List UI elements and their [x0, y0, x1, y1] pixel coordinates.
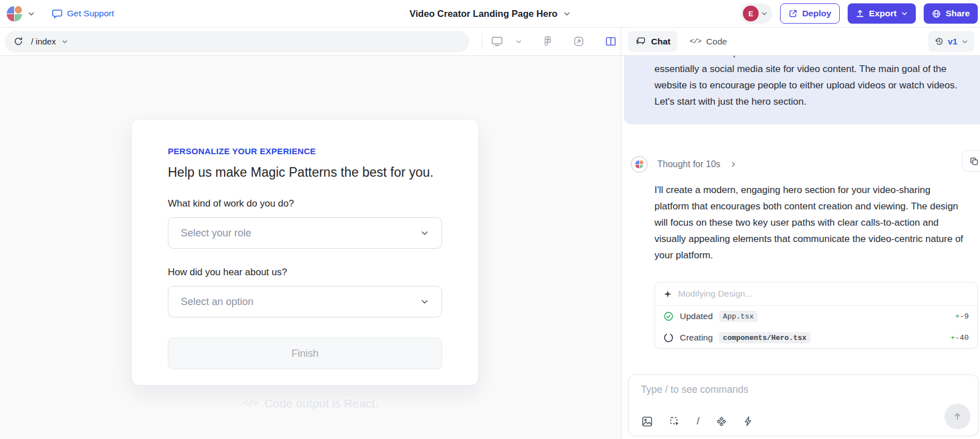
image-attach-icon[interactable] [642, 416, 653, 427]
open-in-new-icon[interactable] [573, 36, 584, 47]
chat-panel: that lets creators upload and share thei… [621, 56, 980, 439]
avatar: E [743, 6, 759, 21]
role-question-label: What kind of work do you do? [168, 198, 442, 209]
diff-plus: + [951, 334, 955, 342]
header-left: Get Support [7, 6, 114, 21]
get-support-button[interactable]: Get Support [52, 8, 114, 19]
copy-message-button[interactable] [962, 150, 980, 172]
route-path[interactable]: / index [31, 37, 68, 46]
top-header: Get Support Video Creator Landing Page H… [0, 0, 980, 27]
components-icon[interactable] [716, 416, 727, 427]
diff-count: 40 [960, 334, 969, 342]
export-chevron-icon [901, 10, 908, 17]
arrow-up-icon [952, 411, 963, 422]
toolbar: / index [0, 27, 980, 56]
quick-actions-icon[interactable] [743, 416, 753, 427]
chat-bubble-icon [52, 9, 63, 19]
history-icon [934, 37, 944, 46]
framework-watermark: </> Code output is React. [0, 397, 621, 410]
diff-counts: +-9 [955, 312, 969, 321]
preview-toolbar: / index [0, 28, 621, 55]
role-select-placeholder: Select your role [181, 227, 251, 239]
activity-row[interactable]: Updated App.tsx +-9 [655, 306, 977, 327]
address-bar[interactable]: / index [5, 31, 469, 52]
header-actions: E Deploy Export [741, 3, 973, 24]
main-content: PERSONALIZE YOUR EXPERIENCE Help us make… [0, 56, 980, 439]
copy-icon [969, 156, 979, 166]
select-chevron-icon [420, 297, 429, 306]
user-message-clipped-line: that lets creators upload and share thei… [654, 56, 964, 61]
account-chevron-icon [761, 10, 768, 17]
chat-tab-icon [635, 37, 646, 46]
chat-toolbar: Chat </> Code v1 [621, 28, 980, 55]
toolbar-divider [482, 34, 482, 50]
version-chevron-icon [961, 38, 968, 45]
diff-counts: +-40 [951, 334, 969, 342]
user-message: that lets creators upload and share thei… [624, 56, 980, 124]
activity-header: Modifying Design... [655, 283, 977, 306]
tab-chat[interactable]: Chat [628, 31, 678, 52]
assistant-message: I'll create a modern, engaging hero sect… [654, 182, 968, 263]
assistant-avatar [631, 156, 648, 173]
code-icon: </> [689, 37, 701, 46]
preview-canvas: PERSONALIZE YOUR EXPERIENCE Help us make… [0, 56, 621, 439]
send-button[interactable] [945, 404, 970, 429]
finish-button[interactable]: Finish [168, 338, 442, 369]
watermark-label: Code output is React. [264, 397, 378, 410]
chat-input[interactable] [641, 384, 934, 396]
modal-eyebrow: PERSONALIZE YOUR EXPERIENCE [168, 146, 442, 156]
refresh-icon[interactable] [14, 37, 23, 46]
referral-question-label: How did you hear about us? [168, 267, 442, 278]
select-element-icon[interactable] [669, 416, 680, 427]
referral-select[interactable]: Select an option [168, 286, 442, 317]
chat-tab-label: Chat [651, 37, 670, 47]
activity-row[interactable]: Creating components/Hero.tsx +-40 [655, 327, 977, 348]
version-menu[interactable]: v1 [928, 31, 974, 52]
logo-shape [7, 6, 14, 14]
logo-shape [15, 14, 22, 21]
workspace-chevron-icon[interactable] [28, 10, 35, 17]
file-chip: components/Hero.tsx [719, 332, 810, 343]
logo-shape [7, 14, 14, 21]
thought-toggle[interactable]: Thought for 10s [631, 156, 737, 173]
tab-code[interactable]: </> Code [682, 31, 734, 52]
check-circle-icon [663, 311, 674, 321]
external-link-icon [789, 9, 798, 18]
split-view-icon[interactable] [605, 37, 616, 46]
share-label: Share [946, 8, 970, 19]
deploy-button[interactable]: Deploy [780, 3, 840, 24]
user-message-last-line: Let's start with just the hero section. [654, 93, 964, 110]
activity-action: Creating [680, 333, 713, 343]
route-path-label: / index [31, 37, 56, 46]
referral-select-placeholder: Select an option [181, 296, 253, 308]
export-button[interactable]: Export [848, 3, 916, 24]
share-button[interactable]: Share [924, 3, 978, 24]
version-label: v1 [948, 37, 957, 47]
magic-patterns-logo[interactable] [7, 6, 22, 21]
get-support-label: Get Support [67, 8, 114, 19]
device-chevron-icon[interactable] [515, 38, 522, 45]
activity-action: Updated [680, 311, 713, 321]
export-label: Export [869, 8, 897, 19]
globe-icon [932, 9, 941, 19]
viewport-tools [491, 35, 616, 47]
figma-icon[interactable] [544, 35, 552, 47]
project-title: Video Creator Landing Page Hero [409, 8, 558, 19]
thought-label: Thought for 10s [657, 159, 720, 169]
device-desktop-icon[interactable] [491, 36, 503, 47]
deploy-label: Deploy [802, 8, 831, 19]
composer-tools: / [642, 415, 753, 427]
role-select[interactable]: Select your role [168, 217, 442, 249]
slash-command-icon[interactable]: / [697, 415, 700, 427]
chat-composer: / [628, 374, 979, 436]
activity-status: Modifying Design... [678, 289, 752, 299]
upload-icon [856, 9, 865, 18]
diff-minus: - [960, 312, 964, 321]
user-message-body: essentially a social media site for vide… [654, 61, 964, 93]
account-menu[interactable]: E [741, 3, 772, 24]
chevron-right-icon [730, 161, 737, 168]
diff-plus: + [955, 312, 960, 321]
diff-minus: - [955, 334, 960, 342]
project-title-menu[interactable]: Video Creator Landing Page Hero [409, 0, 571, 27]
magic-patterns-mark [635, 160, 643, 168]
